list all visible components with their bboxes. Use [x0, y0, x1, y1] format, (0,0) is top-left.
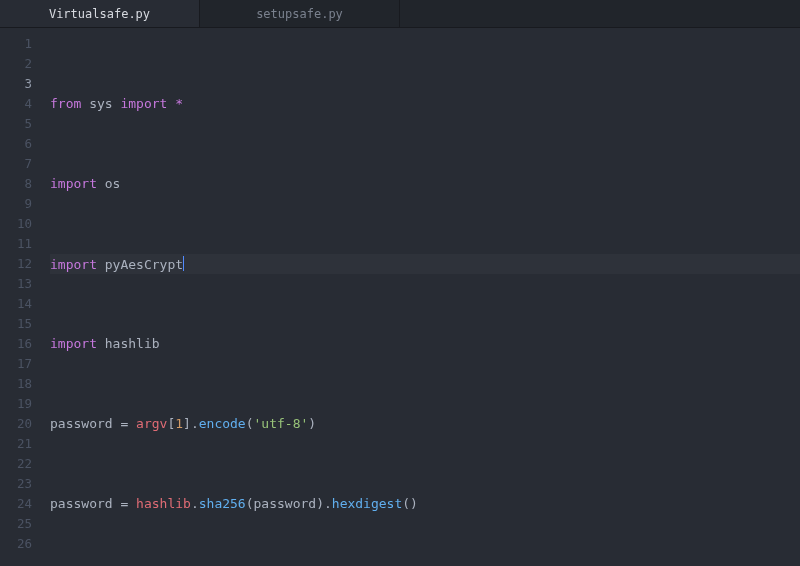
line-number: 8: [0, 174, 32, 194]
line-number: 23: [0, 474, 32, 494]
line-number: 19: [0, 394, 32, 414]
line-number: 1: [0, 34, 32, 54]
code-line: password = argv[1].encode('utf-8'): [50, 414, 800, 434]
line-number: 17: [0, 354, 32, 374]
line-number: 5: [0, 114, 32, 134]
line-number: 13: [0, 274, 32, 294]
code-editor[interactable]: 1234567891011121314151617181920212223242…: [0, 28, 800, 566]
code-area[interactable]: from sys import * import os import pyAes…: [40, 28, 800, 566]
tab-virtualsafe[interactable]: Virtualsafe.py: [0, 0, 200, 27]
line-number: 11: [0, 234, 32, 254]
tab-label: setupsafe.py: [256, 7, 343, 21]
code-line: from sys import *: [50, 94, 800, 114]
code-line-active: import pyAesCrypt: [50, 254, 800, 274]
line-number: 9: [0, 194, 32, 214]
tab-bar: Virtualsafe.py setupsafe.py: [0, 0, 800, 28]
line-number: 24: [0, 494, 32, 514]
line-number: 22: [0, 454, 32, 474]
line-number: 15: [0, 314, 32, 334]
line-number: 25: [0, 514, 32, 534]
line-number: 21: [0, 434, 32, 454]
line-number-gutter: 1234567891011121314151617181920212223242…: [0, 28, 40, 566]
line-number: 18: [0, 374, 32, 394]
line-number: 16: [0, 334, 32, 354]
line-number: 2: [0, 54, 32, 74]
tab-setupsafe[interactable]: setupsafe.py: [200, 0, 400, 27]
line-number: 6: [0, 134, 32, 154]
line-number: 7: [0, 154, 32, 174]
line-number: 26: [0, 534, 32, 554]
line-number: 20: [0, 414, 32, 434]
code-line: import os: [50, 174, 800, 194]
text-cursor: [183, 256, 184, 271]
line-number: 12: [0, 254, 32, 274]
tab-label: Virtualsafe.py: [49, 7, 150, 21]
code-line: password = hashlib.sha256(password).hexd…: [50, 494, 800, 514]
code-line: import hashlib: [50, 334, 800, 354]
line-number: 3: [0, 74, 32, 94]
line-number: 14: [0, 294, 32, 314]
line-number: 4: [0, 94, 32, 114]
line-number: 10: [0, 214, 32, 234]
